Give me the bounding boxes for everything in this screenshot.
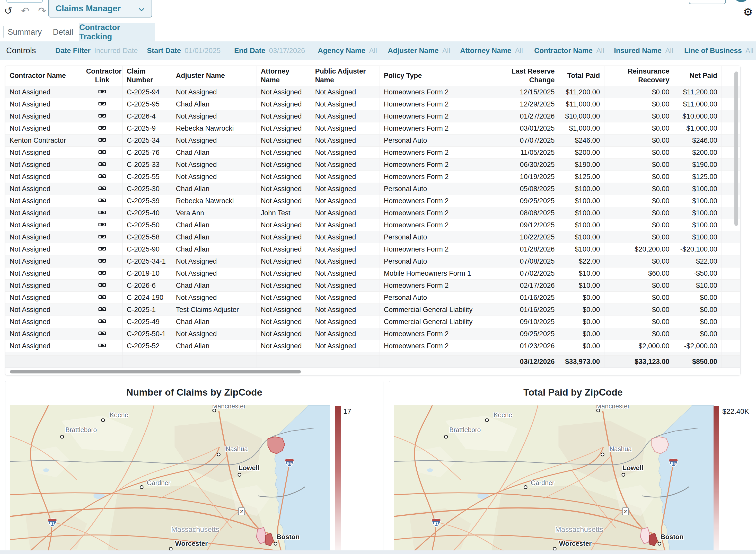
contractor-link-icon[interactable]: [98, 318, 106, 324]
contractor-link-cell[interactable]: [82, 219, 122, 231]
contractor-link-cell[interactable]: [82, 304, 122, 316]
contractor-link-icon[interactable]: [98, 258, 106, 264]
contractor-link-cell[interactable]: [82, 280, 122, 292]
filter-value[interactable]: All: [515, 47, 523, 55]
redo-icon[interactable]: ↷: [37, 6, 48, 16]
column-header-total-paid[interactable]: Total Paid: [559, 66, 604, 86]
contractor-link-icon[interactable]: [98, 89, 106, 94]
column-header-policy-type[interactable]: Policy Type: [380, 66, 493, 86]
filter-value[interactable]: All: [369, 47, 377, 55]
contractor-link-icon[interactable]: [98, 294, 106, 300]
cell: Not Assigned: [311, 134, 380, 147]
map-svg[interactable]: 91952MassachusettsManchesterKeeneBrattle…: [10, 405, 330, 551]
table-vertical-scrollbar[interactable]: [735, 71, 738, 226]
contractor-link-cell[interactable]: [82, 183, 122, 195]
tab-contractor-tracking[interactable]: Contractor Tracking: [79, 22, 155, 42]
column-header-claim-number[interactable]: Claim Number: [122, 66, 171, 86]
contractor-link-icon[interactable]: [98, 222, 106, 227]
filter-value[interactable]: All: [442, 47, 450, 55]
column-header-adjuster-name[interactable]: Adjuster Name: [171, 66, 257, 86]
column-header-contractor-name[interactable]: Contractor Name: [5, 66, 82, 86]
total-paid-map-canvas[interactable]: 91952MassachusettsManchesterKeeneBrattle…: [394, 405, 714, 551]
table-row: Not AssignedC-2025-9Rebecka NawrockiNot …: [5, 122, 741, 134]
contractor-link-cell[interactable]: [82, 159, 122, 171]
contractor-link-icon[interactable]: [98, 137, 106, 143]
contractor-link-cell[interactable]: [82, 316, 122, 328]
cell: 12/15/2025: [493, 86, 559, 98]
contractor-link-cell[interactable]: [82, 134, 122, 147]
color-legend-gradient: [713, 406, 719, 551]
tab-summary[interactable]: Summary: [4, 22, 45, 41]
contractor-link-icon[interactable]: [98, 282, 106, 288]
route-shield-icon: 2: [239, 508, 245, 515]
contractor-link-cell[interactable]: [82, 195, 122, 207]
contractor-link-cell[interactable]: [82, 328, 122, 340]
filter-date-filter[interactable]: Date FilterIncurred Date: [55, 47, 138, 55]
column-header-reinsurance-recovery[interactable]: Reinsurance Recovery: [604, 66, 674, 86]
table-row: Not AssignedC-2025-95Chad AllanNot Assig…: [5, 98, 741, 110]
contractor-link-icon[interactable]: [98, 161, 106, 167]
contractor-link-icon[interactable]: [98, 246, 106, 252]
contractor-link-icon[interactable]: [98, 113, 106, 119]
contractor-link-cell[interactable]: [82, 207, 122, 219]
contractor-link-cell[interactable]: [82, 171, 122, 183]
contractor-link-cell[interactable]: [82, 110, 122, 122]
contractor-link-cell[interactable]: [82, 147, 122, 159]
settings-gear-icon[interactable]: ⚙: [743, 6, 753, 18]
filter-insured-name[interactable]: Insured NameAll: [614, 47, 673, 55]
contractor-link-icon[interactable]: [98, 101, 106, 107]
filter-attorney-name[interactable]: Attorney NameAll: [460, 47, 523, 55]
undo-icon[interactable]: ↶: [19, 6, 31, 16]
filter-end-date[interactable]: End Date03/17/2026: [234, 47, 305, 55]
filter-agency-name[interactable]: Agency NameAll: [318, 47, 377, 55]
column-header-contractor-link[interactable]: Contractor Link: [82, 66, 122, 86]
filter-value[interactable]: 01/01/2025: [185, 47, 220, 55]
contractor-link-icon[interactable]: [98, 185, 106, 191]
contractor-link-cell[interactable]: [82, 243, 122, 256]
contractor-link-icon[interactable]: [98, 125, 106, 131]
filter-start-date[interactable]: Start Date01/01/2025: [147, 47, 220, 55]
clipped-top-right-button[interactable]: [689, 0, 726, 4]
column-header-net-paid[interactable]: Net Paid: [674, 66, 721, 86]
filter-value[interactable]: All: [746, 47, 753, 55]
filter-line-of-business[interactable]: Line of BusinessAll: [684, 47, 753, 55]
map-svg[interactable]: 91952MassachusettsManchesterKeeneBrattle…: [394, 405, 714, 551]
contractor-link-icon[interactable]: [98, 306, 106, 312]
contractor-link-icon[interactable]: [98, 198, 106, 203]
contractor-link-icon[interactable]: [98, 234, 106, 239]
contractor-link-icon[interactable]: [98, 173, 106, 179]
claims-map-canvas[interactable]: 91952MassachusettsManchesterKeeneBrattle…: [10, 405, 330, 551]
column-header-last-reserve-change[interactable]: Last Reserve Change: [493, 66, 559, 86]
contractor-link-cell[interactable]: [82, 231, 122, 243]
filter-value[interactable]: 03/17/2026: [269, 47, 305, 55]
filter-value[interactable]: All: [665, 47, 673, 55]
contractor-link-cell[interactable]: [82, 292, 122, 304]
contractor-link-icon[interactable]: [98, 210, 106, 215]
contractor-link-cell[interactable]: [82, 340, 122, 352]
cell: Not Assigned: [257, 122, 311, 134]
filter-value[interactable]: All: [596, 47, 604, 55]
contractor-link-icon[interactable]: [98, 331, 106, 336]
refresh-icon[interactable]: ↺: [3, 6, 14, 16]
clipped-top-button[interactable]: [6, 0, 43, 3]
contractor-link-icon[interactable]: [98, 343, 106, 348]
contractor-link-cell[interactable]: [82, 122, 122, 134]
filter-value[interactable]: Incurred Date: [94, 47, 138, 55]
cell: Chad Allan: [171, 183, 257, 195]
filter-adjuster-name[interactable]: Adjuster NameAll: [388, 47, 450, 55]
sheet-selector-dropdown[interactable]: Claims Manager: [48, 0, 152, 17]
filter-contractor-name[interactable]: Contractor NameAll: [534, 47, 604, 55]
contractor-link-cell[interactable]: [82, 256, 122, 268]
contractor-link-cell[interactable]: [82, 86, 122, 98]
avatar[interactable]: [733, 0, 750, 2]
cell: Not Assigned: [257, 171, 311, 183]
contractor-link-icon[interactable]: [98, 270, 106, 276]
tab-detail[interactable]: Detail: [48, 22, 78, 41]
table-horizontal-scrollbar[interactable]: [10, 370, 301, 374]
city-label: Nashua: [226, 445, 248, 452]
column-header-attorney-name[interactable]: Attorney Name: [257, 66, 311, 86]
contractor-link-icon[interactable]: [98, 149, 106, 155]
column-header-public-adjuster-name[interactable]: Public Adjuster Name: [311, 66, 380, 86]
contractor-link-cell[interactable]: [82, 98, 122, 110]
contractor-link-cell[interactable]: [82, 268, 122, 280]
